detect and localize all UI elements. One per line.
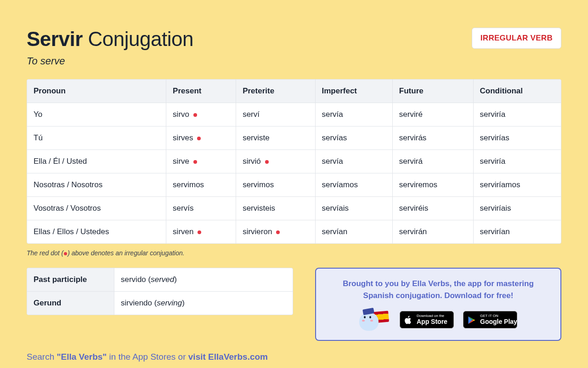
- conjugation-cell: servirías: [474, 126, 561, 150]
- column-header: Future: [393, 80, 474, 103]
- conjugation-cell: servía: [316, 103, 393, 126]
- pronoun-cell: Tú: [27, 126, 166, 150]
- irregular-note: The red dot () above denotes an irregula…: [27, 249, 561, 257]
- red-dot-icon: [198, 230, 201, 234]
- page-title: Servir Conjugation: [27, 28, 193, 51]
- red-dot-icon: [265, 160, 269, 164]
- pronoun-cell: Nosotras / Nosotros: [27, 173, 166, 197]
- column-header: Conditional: [474, 80, 561, 103]
- promo-text: Brought to you by Ella Verbs, the app fo…: [327, 278, 549, 302]
- conjugation-cell: servían: [316, 220, 393, 243]
- conjugation-cell: servías: [316, 126, 393, 150]
- past-participle-label: Past participle: [27, 268, 114, 292]
- conjugation-cell: serviremos: [393, 173, 474, 197]
- gerund-value: sirviendo (serving): [114, 292, 293, 315]
- column-header: Present: [166, 80, 236, 103]
- conjugation-cell: servirán: [393, 220, 474, 243]
- red-dot-icon: [193, 113, 197, 117]
- red-dot-icon: [276, 230, 280, 234]
- conjugation-cell: servís: [166, 197, 236, 220]
- column-header: Imperfect: [316, 80, 393, 103]
- verb-meaning: To serve: [27, 55, 193, 67]
- conjugation-cell: sirvieron: [236, 220, 315, 243]
- conjugation-cell: servimos: [236, 173, 315, 197]
- table-row: Ellas / Ellos / Ustedessirven sirvieron …: [27, 220, 561, 243]
- conjugation-cell: serviría: [474, 150, 561, 173]
- conjugation-cell: serviría: [474, 103, 561, 126]
- red-dot-icon: [197, 137, 201, 140]
- conjugation-cell: servirían: [474, 220, 561, 243]
- mascot-icon: [359, 309, 390, 331]
- conjugation-cell: serviríamos: [474, 173, 561, 197]
- conjugation-cell: sirven: [166, 220, 236, 243]
- conjugation-cell: sirvió: [236, 150, 315, 173]
- table-row: Ella / Él / Ustedsirve sirvió servía ser…: [27, 150, 561, 173]
- conjugation-cell: servíais: [316, 197, 393, 220]
- conjugation-cell: serviré: [393, 103, 474, 126]
- conjugation-cell: servirá: [393, 150, 474, 173]
- pronoun-cell: Vosotras / Vosotros: [27, 197, 166, 220]
- table-row: Nosotras / Nosotrosservimos servimos ser…: [27, 173, 561, 197]
- column-header: Preterite: [236, 80, 315, 103]
- red-dot-icon: [64, 252, 67, 255]
- pronoun-cell: Ella / Él / Usted: [27, 150, 166, 173]
- conjugation-cell: serviste: [236, 126, 315, 150]
- promo-box: Brought to you by Ella Verbs, the app fo…: [315, 268, 561, 341]
- search-cta: Search "Ella Verbs" in the App Stores or…: [27, 352, 561, 362]
- app-store-button[interactable]: Download on the App Store: [400, 311, 454, 328]
- red-dot-icon: [193, 160, 197, 164]
- conjugation-cell: servíamos: [316, 173, 393, 197]
- conjugation-cell: servimos: [166, 173, 236, 197]
- pronoun-cell: Yo: [27, 103, 166, 126]
- conjugation-cell: sirvo: [166, 103, 236, 126]
- forms-table: Past participle servido (served) Gerund …: [27, 268, 293, 315]
- column-header: Pronoun: [27, 80, 166, 103]
- conjugation-cell: serviréis: [393, 197, 474, 220]
- google-play-button[interactable]: GET IT ON Google Play: [463, 311, 517, 328]
- conjugation-cell: serviríais: [474, 197, 561, 220]
- pronoun-cell: Ellas / Ellos / Ustedes: [27, 220, 166, 243]
- conjugation-cell: servía: [316, 150, 393, 173]
- table-row: Yosirvo serví servía serviré serviría: [27, 103, 561, 126]
- past-participle-value: servido (served): [114, 268, 293, 292]
- conjugation-cell: serví: [236, 103, 315, 126]
- table-row: Vosotras / Vosotrosservís servisteis ser…: [27, 197, 561, 220]
- conjugation-cell: servirás: [393, 126, 474, 150]
- conjugation-table: PronounPresentPreteriteImperfectFutureCo…: [27, 79, 561, 244]
- conjugation-cell: sirve: [166, 150, 236, 173]
- table-row: Túsirves serviste servías servirás servi…: [27, 126, 561, 150]
- conjugation-cell: servisteis: [236, 197, 315, 220]
- irregular-badge: IRREGULAR VERB: [472, 28, 561, 49]
- conjugation-cell: sirves: [166, 126, 236, 150]
- gerund-label: Gerund: [27, 292, 114, 315]
